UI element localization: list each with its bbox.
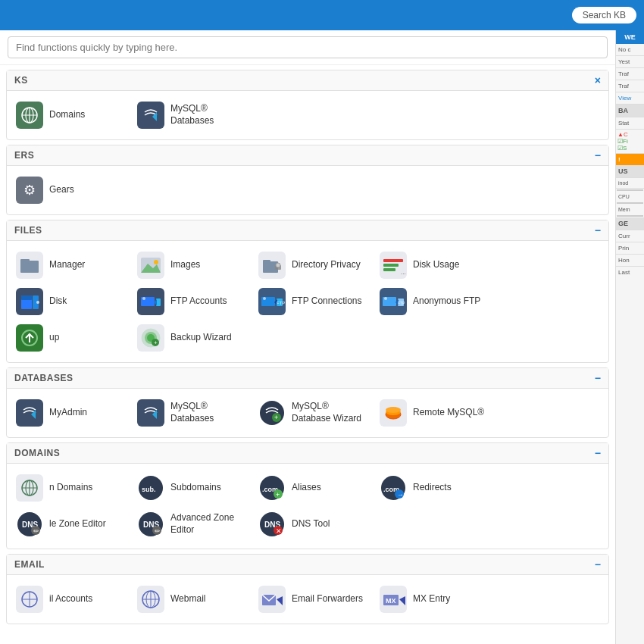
section-preferences-header[interactable]: ERS −: [7, 145, 608, 166]
top-bar: Search KB: [0, 0, 644, 30]
tool-dns-tool-label: DNS Tool: [292, 518, 330, 530]
tool-subdomains-label: Subdomains: [170, 482, 221, 494]
section-bookmarks-header[interactable]: KS ×: [7, 70, 608, 91]
tool-addon-domains[interactable]: n Domains: [10, 470, 131, 506]
tool-backup-wizard[interactable]: + Backup Wizard: [131, 320, 252, 356]
section-files-toggle[interactable]: −: [595, 225, 601, 236]
section-domains-header[interactable]: DOMAINS −: [7, 443, 608, 464]
tool-mx-entry-label: MX Entry: [413, 593, 450, 605]
svg-rect-10: [20, 259, 30, 262]
section-email-toggle[interactable]: −: [595, 559, 601, 570]
tool-zone-editor[interactable]: DNS ✏ le Zone Editor: [10, 506, 131, 542]
sidebar-last-label: Last: [616, 267, 644, 278]
section-email: EMAIL − il Acc: [6, 554, 609, 624]
tool-file-manager[interactable]: Manager: [10, 247, 131, 283]
adv-zone-editor-icon: DNS ✏: [137, 511, 164, 538]
section-bookmarks-toggle[interactable]: ×: [595, 75, 601, 86]
section-domains-toggle[interactable]: −: [595, 448, 601, 458]
tool-ftp-connections[interactable]: FTP FTP Connections: [252, 283, 374, 320]
tool-aliases-label: Aliases: [292, 482, 321, 494]
sidebar-traffic2-label: Traf: [616, 80, 644, 92]
svg-point-43: [384, 297, 387, 300]
tool-domains[interactable]: Domains: [10, 97, 131, 133]
tool-images-label: Images: [170, 259, 200, 271]
tool-myadmin[interactable]: MyAdmin: [10, 395, 131, 431]
sidebar-notif1: ▲C: [617, 131, 642, 138]
tool-mysql-db-label: MySQL® Databases: [170, 401, 246, 424]
section-databases-title: DATABASES: [14, 373, 73, 383]
section-email-header[interactable]: EMAIL −: [7, 555, 608, 575]
tool-mysql-wizard[interactable]: + MySQL® Database Wizard: [252, 395, 374, 431]
tool-mysql-wizard-label: MySQL® Database Wizard: [292, 401, 367, 424]
tool-subdomains[interactable]: sub. Subdomains: [131, 470, 252, 506]
tool-mx-entry[interactable]: MX MX Entry: [374, 581, 495, 617]
section-bookmarks-title: KS: [14, 75, 28, 86]
section-files-content: Manager Images: [7, 241, 608, 362]
tool-aliases[interactable]: .com + Aliases: [252, 470, 374, 506]
tool-dns-tool[interactable]: DNS ✕ DNS Tool: [252, 506, 374, 542]
search-bar-container: [0, 30, 615, 65]
disk-icon: [16, 288, 43, 315]
subdomains-icon: sub.: [137, 474, 164, 502]
tool-images[interactable]: Images: [131, 247, 252, 283]
tool-mysql-bookmarks-label: MySQL® Databases: [170, 103, 246, 127]
sidebar-mem-bar: [617, 215, 643, 217]
sidebar-currency-label: Curr: [616, 230, 644, 242]
mysql-wizard-icon: +: [258, 399, 286, 427]
mysql-bookmarks-icon: [137, 102, 164, 129]
sidebar-cpu-label: CPU: [616, 192, 644, 202]
tool-email-accounts[interactable]: il Accounts: [10, 581, 131, 617]
svg-rect-9: [20, 261, 39, 273]
section-files: FILES − Manager: [6, 220, 609, 363]
sidebar-traffic1-label: Traf: [616, 68, 644, 80]
tool-myadmin-label: MyAdmin: [49, 407, 87, 419]
tool-file-manager-label: Manager: [49, 259, 85, 271]
section-files-header[interactable]: FILES −: [7, 220, 608, 241]
myadmin-icon: [16, 399, 43, 427]
section-databases-header[interactable]: DATABASES −: [7, 368, 608, 389]
tool-email-accounts-label: il Accounts: [49, 593, 92, 605]
section-databases-toggle[interactable]: −: [595, 373, 601, 383]
tool-mysql-db[interactable]: MySQL® Databases: [131, 395, 252, 431]
sidebar-yesterday-label: Yest: [616, 56, 644, 68]
section-preferences-toggle[interactable]: −: [595, 150, 601, 161]
tool-webmail[interactable]: Webmail: [131, 581, 252, 617]
sidebar-mem-label: Mem: [616, 205, 644, 214]
tool-disk-usage[interactable]: ... Disk Usage: [374, 247, 495, 283]
svg-rect-23: [383, 268, 395, 271]
sidebar-no-label: No c: [616, 44, 644, 56]
tool-ftp-accounts[interactable]: FTP Accounts: [131, 283, 252, 320]
search-kb-button[interactable]: Search KB: [572, 7, 636, 23]
sidebar-proc-bar: [617, 189, 643, 191]
svg-point-14: [154, 260, 158, 264]
svg-text:...: ...: [401, 269, 406, 276]
tool-redirects[interactable]: .com → Redirects: [374, 470, 495, 506]
tool-anonymous-ftp[interactable]: FTP Anonymous FTP: [374, 283, 495, 320]
svg-rect-22: [383, 264, 399, 267]
sidebar-print-label: Prin: [616, 242, 644, 255]
backup-icon: [16, 324, 43, 352]
tool-ftp-accounts-label: FTP Accounts: [170, 295, 227, 308]
tool-directory-privacy[interactable]: Directory Privacy: [252, 247, 374, 283]
search-input[interactable]: [8, 36, 608, 58]
tool-disk[interactable]: Disk: [10, 283, 131, 320]
tool-adv-zone-editor[interactable]: DNS ✏ Advanced Zone Editor: [131, 506, 252, 542]
svg-point-37: [263, 297, 266, 300]
sidebar-view-label[interactable]: View: [616, 92, 644, 105]
app-layout: Search KB KS ×: [0, 0, 644, 644]
tool-gears[interactable]: ⚙ Gears: [10, 172, 131, 208]
svg-rect-57: [137, 399, 164, 427]
tool-domains-label: Domains: [49, 109, 85, 121]
section-email-title: EMAIL: [14, 559, 45, 570]
tool-backup[interactable]: up: [10, 320, 131, 356]
tool-email-forwarders[interactable]: Email Forwarders: [252, 581, 374, 617]
tool-mysql-bookmarks[interactable]: MySQL® Databases: [131, 97, 252, 133]
mysql-db-icon: [137, 399, 164, 427]
tool-remote-mysql[interactable]: Remote MySQL®: [374, 395, 495, 431]
sidebar-status-label: Stat: [616, 117, 644, 130]
gears-icon: ⚙: [16, 177, 43, 204]
dns-tool-icon: DNS ✕: [258, 511, 286, 538]
section-bookmarks-content: Domains MySQL® Databases: [7, 91, 608, 139]
remote-mysql-icon: [380, 399, 407, 427]
aliases-icon: .com +: [258, 474, 286, 502]
